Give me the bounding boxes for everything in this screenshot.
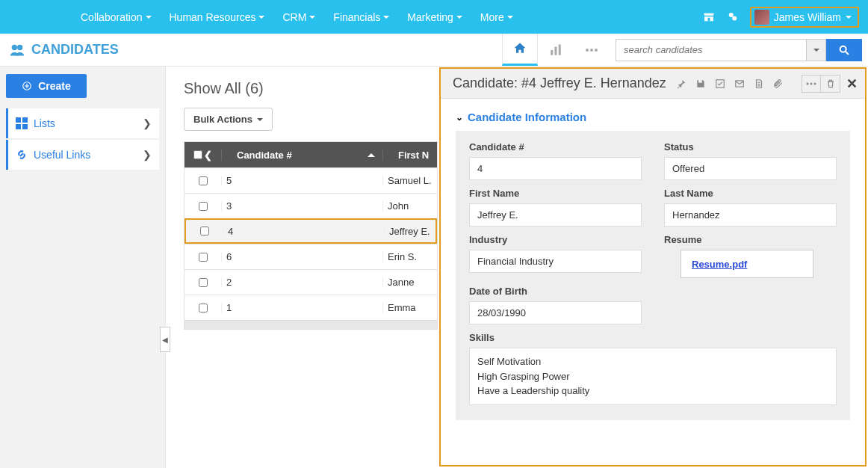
nav-marketing[interactable]: Marketing (398, 11, 471, 23)
value-status: Offered (664, 157, 837, 180)
label-dob: Date of Birth (469, 286, 642, 297)
nav-human-resources[interactable]: Human Resources (161, 11, 274, 23)
svg-rect-7 (559, 44, 561, 55)
value-dob: 28/03/1990 (469, 301, 642, 324)
svg-point-25 (807, 82, 809, 84)
link-icon (16, 149, 28, 161)
table-row[interactable]: 6Erin S. (185, 244, 437, 269)
module-title: CANDIDATES (0, 42, 128, 58)
cell-first-name: Emma (383, 302, 437, 313)
value-first-name: Jeffrey E. (469, 203, 642, 227)
label-industry: Industry (469, 234, 642, 245)
table-row[interactable]: 4Jeffrey E. (185, 218, 437, 244)
value-last-name: Hernandez (664, 203, 837, 227)
svg-line-12 (846, 52, 849, 55)
select-all-checkbox[interactable] (193, 150, 202, 159)
pin-icon[interactable] (672, 75, 691, 93)
row-checkbox[interactable] (199, 202, 208, 211)
svg-rect-18 (16, 124, 21, 129)
caret-down-icon (258, 16, 264, 19)
user-name: James William (774, 11, 841, 23)
column-candidate-num[interactable]: Candidate # (222, 150, 383, 161)
check-icon[interactable] (710, 75, 730, 93)
row-checkbox[interactable] (199, 253, 208, 262)
caret-down-icon (846, 16, 852, 19)
tab-reports[interactable] (538, 34, 574, 66)
avatar (754, 10, 769, 25)
mail-icon[interactable] (730, 75, 749, 93)
store-icon[interactable] (702, 10, 716, 24)
sidebar-item-lists[interactable]: Lists ❯ (6, 108, 159, 138)
grid-icon (16, 117, 28, 129)
notification-icon[interactable] (726, 10, 740, 24)
label-first-name: First Name (469, 188, 642, 199)
attachment-icon[interactable] (769, 75, 788, 93)
search-button[interactable] (826, 39, 862, 61)
label-resume: Resume (664, 234, 837, 245)
table-row[interactable]: 2Janne (185, 269, 437, 295)
nav-crm[interactable]: CRM (273, 11, 324, 23)
row-checkbox[interactable] (199, 304, 208, 312)
svg-point-26 (810, 82, 813, 84)
close-button[interactable]: ✕ (846, 76, 858, 92)
cell-candidate-num: 6 (222, 251, 383, 262)
svg-point-4 (17, 44, 22, 49)
sidebar-item-useful-links[interactable]: Useful Links ❯ (6, 140, 159, 170)
section-candidate-information[interactable]: ⌄ Candidate Information (456, 111, 850, 123)
chevron-right-icon: ❯ (143, 149, 152, 161)
tab-home[interactable] (502, 34, 538, 66)
chevron-left-icon[interactable]: ❮ (204, 150, 212, 161)
resume-link[interactable]: Resume.pdf (692, 259, 747, 270)
table-footer (185, 320, 437, 329)
delete-icon[interactable] (821, 75, 840, 93)
create-button[interactable]: Create (6, 74, 87, 98)
nav-more[interactable]: More (471, 11, 522, 23)
row-checkbox[interactable] (200, 227, 209, 235)
svg-rect-5 (551, 50, 553, 55)
save-icon[interactable] (691, 75, 710, 93)
cell-candidate-num: 2 (222, 277, 383, 288)
row-checkbox[interactable] (199, 278, 208, 287)
detail-header: Candidate: #4 Jeffrey E. Hernandez ✕ (441, 69, 865, 99)
table-row[interactable]: 1Emma (185, 295, 437, 320)
sort-asc-icon (368, 153, 375, 157)
document-icon[interactable] (749, 75, 769, 93)
detail-panel: Candidate: #4 Jeffrey E. Hernandez ✕ ⌄ C… (439, 67, 867, 467)
table-row[interactable]: 5Samuel L. (185, 167, 437, 193)
cell-candidate-num: 4 (223, 226, 385, 237)
row-checkbox[interactable] (199, 176, 208, 185)
svg-point-9 (590, 49, 593, 52)
svg-point-27 (814, 82, 816, 84)
cell-candidate-num: 1 (222, 302, 383, 313)
chevron-right-icon: ❯ (143, 117, 152, 129)
table-row[interactable]: 3John (185, 193, 437, 218)
candidates-icon (9, 43, 25, 57)
search-input[interactable] (616, 39, 807, 61)
caret-down-icon (456, 16, 462, 19)
resume-attachment: Resume.pdf (681, 250, 813, 278)
cell-first-name: Erin S. (383, 251, 437, 262)
candidates-table: ❮ Candidate # First N 5Samuel L.3John4Je… (184, 141, 438, 330)
svg-point-10 (595, 49, 598, 52)
cell-first-name: Samuel L. (383, 175, 437, 186)
nav-financials[interactable]: Financials (324, 11, 398, 23)
bulk-actions-button[interactable]: Bulk Actions (184, 108, 273, 131)
more-actions-icon[interactable] (802, 75, 821, 93)
svg-rect-6 (555, 46, 557, 55)
cell-first-name: Jeffrey E. (385, 226, 435, 237)
cell-candidate-num: 5 (222, 175, 383, 186)
search-options[interactable] (807, 39, 826, 61)
label-last-name: Last Name (664, 188, 837, 199)
svg-rect-16 (16, 117, 21, 123)
table-header: ❮ Candidate # First N (185, 142, 437, 167)
caret-down-icon (146, 16, 152, 19)
tab-more[interactable] (574, 34, 610, 66)
chevron-down-icon: ⌄ (456, 112, 463, 123)
svg-point-8 (586, 49, 589, 52)
column-first-name[interactable]: First N (383, 150, 437, 161)
nav-collaboration[interactable]: Collaboration (72, 11, 161, 23)
caret-down-icon (309, 16, 315, 19)
nav-menu: Collaboration Human Resources CRM Financ… (72, 11, 522, 23)
value-skills: Self MotivationHigh Grasping PowerHave a… (469, 348, 837, 405)
user-menu[interactable]: James William (750, 7, 859, 28)
